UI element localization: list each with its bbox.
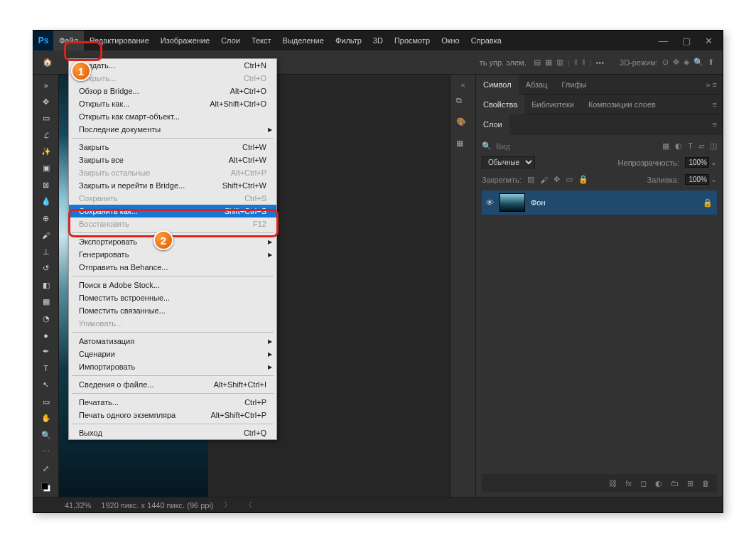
fg-bg-color[interactable]: [36, 478, 56, 497]
hand-tool[interactable]: ✋: [36, 411, 56, 426]
menu-item[interactable]: ВыходCtrl+Q: [69, 426, 276, 439]
home-icon[interactable]: 🏠: [39, 54, 56, 71]
search-icon[interactable]: 🔍: [693, 58, 703, 67]
distribute-icon[interactable]: ⫴: [582, 58, 585, 67]
gradient-tool[interactable]: ▦: [36, 294, 56, 309]
history-brush-tool[interactable]: ↺: [36, 261, 56, 276]
filter-shape-icon[interactable]: ▱: [698, 141, 704, 151]
layer-row[interactable]: 👁 Фон 🔒: [482, 190, 717, 215]
menu-item[interactable]: Открыть как смарт-объект...: [69, 110, 276, 123]
menu-item[interactable]: Автоматизация: [69, 335, 276, 348]
crop-tool[interactable]: ▣: [36, 161, 56, 176]
eyedropper-tool[interactable]: 💧: [36, 194, 56, 209]
align-center-icon[interactable]: ▦: [545, 58, 552, 67]
marquee-tool[interactable]: ▭: [36, 111, 56, 126]
menu-item[interactable]: Сохранить как...Shift+Ctrl+S: [69, 205, 276, 217]
menu-view[interactable]: Просмотр: [389, 31, 436, 50]
fx-icon[interactable]: fx: [625, 479, 632, 488]
lock-trans-icon[interactable]: ▨: [527, 175, 534, 184]
menu-item[interactable]: Закрыть всеAlt+Ctrl+W: [69, 154, 276, 166]
zoom-tool[interactable]: 🔍: [36, 428, 56, 443]
color-icon[interactable]: 🎨: [456, 117, 470, 131]
align-left-icon[interactable]: ▤: [534, 58, 541, 67]
tab-glyphs[interactable]: Глифы: [555, 75, 594, 95]
menu-item[interactable]: Поместить связанные...: [69, 304, 276, 317]
swatches-icon[interactable]: ▦: [456, 139, 470, 153]
group-icon[interactable]: 🗀: [671, 479, 679, 488]
adjust-icon[interactable]: ◐: [655, 479, 662, 488]
swap-colors-icon[interactable]: ⤢: [36, 461, 56, 475]
close-icon[interactable]: ✕: [705, 36, 713, 46]
tab-properties[interactable]: Свойства: [476, 95, 524, 114]
menu-edit[interactable]: Редактирование: [84, 31, 155, 50]
mask-icon[interactable]: ◻: [640, 479, 647, 488]
panel-menu-icon[interactable]: ≡: [713, 100, 723, 109]
maximize-icon[interactable]: ▢: [682, 36, 691, 46]
align-right-icon[interactable]: ▥: [556, 58, 563, 67]
link-icon[interactable]: ⛓: [609, 479, 617, 488]
collapse-icon[interactable]: «: [460, 80, 465, 89]
menu-item[interactable]: Создать...Ctrl+N: [69, 59, 276, 72]
menu-item[interactable]: Обзор в Bridge...Alt+Ctrl+O: [69, 85, 276, 97]
menu-filter[interactable]: Фильтр: [330, 31, 367, 50]
shape-tool[interactable]: ▭: [36, 394, 56, 409]
menu-item[interactable]: Сценарии: [69, 348, 276, 360]
menu-layers[interactable]: Слои: [215, 31, 246, 50]
stamp-tool[interactable]: ⊥: [36, 244, 56, 259]
menu-image[interactable]: Изображение: [155, 31, 215, 50]
lock-artboard-icon[interactable]: ▭: [566, 175, 573, 184]
opacity-input[interactable]: [685, 157, 709, 168]
tab-layercomps[interactable]: Композиции слоев: [581, 95, 663, 114]
menu-item[interactable]: Поместить встроенные...: [69, 291, 276, 304]
eraser-tool[interactable]: ◧: [36, 277, 56, 292]
lasso-tool[interactable]: 𝓛: [36, 127, 56, 142]
chevron-right-icon[interactable]: 〉: [224, 500, 232, 510]
pan-icon[interactable]: ✥: [673, 58, 679, 67]
more-icon[interactable]: •••: [595, 58, 604, 67]
path-tool[interactable]: ↖: [36, 377, 56, 392]
menu-item[interactable]: Печать одного экземпляраAlt+Shift+Ctrl+P: [69, 409, 276, 421]
menu-item[interactable]: Закрыть и перейти в Bridge...Shift+Ctrl+…: [69, 179, 276, 192]
chevron-left-icon[interactable]: 〈: [244, 500, 252, 510]
tab-libraries[interactable]: Библиотеки: [524, 95, 581, 114]
menu-item[interactable]: Печатать...Ctrl+P: [69, 396, 276, 409]
menu-item[interactable]: Последние документы: [69, 123, 276, 136]
menu-item[interactable]: Сведения о файле...Alt+Shift+Ctrl+I: [69, 378, 276, 391]
layer-thumb[interactable]: [500, 193, 525, 212]
panel-menu-icon[interactable]: » ≡: [706, 80, 723, 89]
tab-paragraph[interactable]: Абзац: [519, 75, 555, 95]
lock-all-icon[interactable]: 🔒: [578, 175, 588, 184]
orbit-icon[interactable]: ⊙: [662, 58, 669, 67]
brush-tool[interactable]: 🖌: [36, 227, 56, 242]
eye-icon[interactable]: 👁: [486, 198, 494, 207]
new-layer-icon[interactable]: ⊞: [687, 479, 693, 488]
pen-tool[interactable]: ✒: [36, 344, 56, 359]
menu-3d[interactable]: 3D: [367, 31, 389, 50]
search-icon[interactable]: 🔍: [482, 141, 492, 151]
menu-select[interactable]: Выделение: [277, 31, 330, 50]
dodge-tool[interactable]: ●: [36, 328, 56, 343]
layer-name[interactable]: Фон: [531, 198, 697, 207]
menu-item[interactable]: Генерировать: [69, 248, 276, 261]
blend-mode-select[interactable]: Обычные: [482, 156, 535, 168]
filter-smart-icon[interactable]: ◫: [710, 141, 717, 151]
blur-tool[interactable]: ◔: [36, 311, 56, 326]
menu-help[interactable]: Справка: [465, 31, 507, 50]
frame-tool[interactable]: ⊠: [36, 178, 56, 193]
filter-pixel-icon[interactable]: ▦: [662, 141, 669, 151]
layer-filter-input[interactable]: [496, 142, 539, 151]
menu-item[interactable]: Отправить на Behance...: [69, 261, 276, 274]
filter-type-icon[interactable]: T: [688, 141, 693, 151]
lock-pos-icon[interactable]: ✥: [554, 175, 560, 184]
distribute-icon[interactable]: ⫴: [574, 58, 578, 67]
menu-item[interactable]: ЗакрытьCtrl+W: [69, 141, 276, 154]
lock-paint-icon[interactable]: 🖌: [540, 176, 548, 184]
move-tool[interactable]: ✥: [36, 94, 56, 109]
filter-adjust-icon[interactable]: ◐: [675, 141, 682, 151]
tab-layers[interactable]: Слои: [476, 114, 509, 134]
menu-text[interactable]: Текст: [246, 31, 277, 50]
status-zoom[interactable]: 41,32%: [65, 501, 91, 510]
menu-item[interactable]: Поиск в Adobe Stock...: [69, 279, 276, 291]
wand-tool[interactable]: ✨: [36, 144, 56, 159]
share-icon[interactable]: ⬆: [708, 58, 714, 67]
